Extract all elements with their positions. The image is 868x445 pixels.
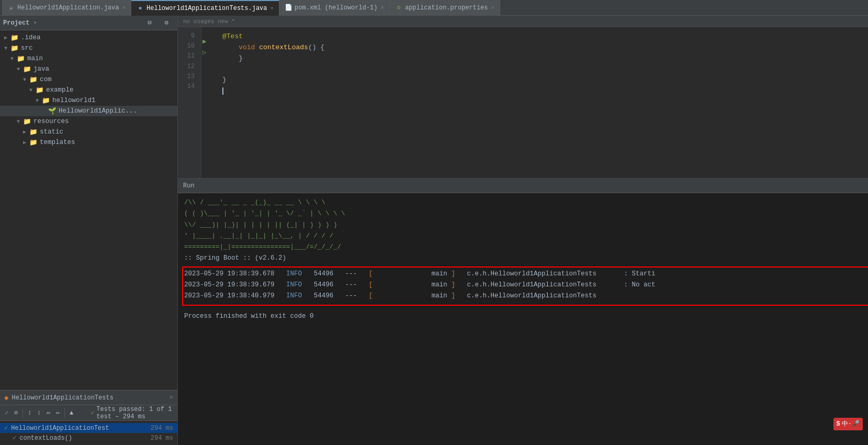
run-prev-btn[interactable]: ▲ <box>68 407 75 419</box>
ln-11: 11 <box>178 51 197 61</box>
log-line-1: 2023-05-29 19:38:39.678 INFO 54496 --- [… <box>184 269 862 280</box>
helloworld1-folder-icon: 📁 <box>42 96 50 105</box>
show-failed-btn[interactable]: ⊘ <box>13 407 20 419</box>
log-pid-2: 54496 <box>314 281 334 288</box>
test-panel-close[interactable]: × <box>170 394 173 402</box>
tree-item-com[interactable]: ▼ 📁 com <box>0 74 177 85</box>
gutter-13 <box>202 75 214 86</box>
line-numbers: 9 10 11 12 13 14 <box>178 27 201 178</box>
run-panel: Run /\\ / ___'_ __ _ _(_)_ __ __ \ \ \ \… <box>178 178 868 445</box>
tab-helloworld-java[interactable]: ☕ Helloworld1Application.java × <box>2 0 131 16</box>
ime-label: 中·🎤 <box>842 419 860 429</box>
tab-label-pom: pom.xml (helloworld-1) <box>295 4 377 12</box>
code-line-13: } <box>222 75 868 86</box>
ln-9: 9 <box>178 31 197 41</box>
gutter-10: ▶ ▷ <box>202 42 214 53</box>
log-class-2: c.e.h.Helloworld1ApplicationTests <box>467 281 596 288</box>
log-thread-2: main <box>432 281 447 288</box>
helloworld-app-icon: 🌱 <box>48 107 57 115</box>
sort-dur-btn[interactable]: ↕ <box>36 407 43 419</box>
code-editor[interactable]: no usages new * 9 10 11 12 13 14 ▶ ▷ <box>178 16 868 178</box>
toolbar-dropdown-arrow[interactable]: ▾ <box>33 19 37 27</box>
tree-item-java[interactable]: ▼ 📁 java <box>0 64 177 74</box>
test-panel-toolbar: ✓ ⊘ ↕ ↕ ⇔ ⇔ ▲ ▲ ✓ Tests passed: 1 of 1 t… <box>0 405 177 421</box>
main-layout: Project ▾ ⊟ ⚙ ▶ 📁 .idea ▼ 📁 src <box>0 16 868 445</box>
collapse-tests-btn[interactable]: ⇔ <box>54 407 61 419</box>
tab-label-props: application.properties <box>405 4 488 12</box>
log-class-3: c.e.h.Helloworld1ApplicationTests <box>467 292 596 299</box>
ime-s-icon: S <box>837 419 840 429</box>
log-ts-1: 2023-05-29 19:38:39.678 <box>184 270 275 277</box>
tree-item-resources[interactable]: ▼ 📁 resources <box>0 116 177 127</box>
collapse-all-btn[interactable]: ⊟ <box>144 17 155 29</box>
gutter-icons: ▶ ▷ <box>201 27 214 178</box>
test-result-method[interactable]: ✓ contextLoads() 294 ms <box>0 433 177 443</box>
tree-item-idea[interactable]: ▶ 📁 .idea <box>0 32 177 43</box>
idea-label: .idea <box>21 34 41 41</box>
log-level-3: INFO <box>286 292 302 299</box>
tab-pom-xml[interactable]: 📄 pom.xml (helloworld-1) × <box>279 0 390 16</box>
expand-all-btn[interactable]: ⇔ <box>45 407 52 419</box>
example-folder-icon: 📁 <box>36 86 44 94</box>
java-arrow: ▼ <box>17 66 23 72</box>
editor-content: 9 10 11 12 13 14 ▶ ▷ @Test <box>178 27 868 178</box>
process-finished: Process finished with exit code 0 <box>184 311 862 322</box>
templates-folder-icon: 📁 <box>29 138 38 147</box>
tab-close-tests[interactable]: × <box>270 5 274 12</box>
code-line-11: } <box>222 53 868 64</box>
tree-item-src[interactable]: ▼ 📁 src <box>0 43 177 53</box>
ime-indicator[interactable]: S 中·🎤 <box>833 418 863 430</box>
tree-item-templates[interactable]: ▶ 📁 templates <box>0 137 177 148</box>
test-result-class[interactable]: ✓ Helloworld1ApplicationTest 294 ms <box>0 423 177 433</box>
java-folder-icon: 📁 <box>23 65 31 73</box>
java-label: java <box>33 65 49 73</box>
com-folder-icon: 📁 <box>29 75 38 84</box>
test-diamond-icon: ◆ <box>4 393 8 402</box>
java-file-icon: ☕ <box>7 4 15 12</box>
gutter-12 <box>202 64 214 75</box>
content-area: no usages new * 9 10 11 12 13 14 ▶ ▷ <box>178 16 868 445</box>
sidebar: Project ▾ ⊟ ⚙ ▶ 📁 .idea ▼ 📁 src <box>0 16 178 445</box>
example-label: example <box>46 86 74 94</box>
static-arrow: ▶ <box>23 129 29 135</box>
code-content[interactable]: @Test void contextLoads() { } } <box>214 27 868 178</box>
tree-item-example[interactable]: ▼ 📁 example <box>0 85 177 95</box>
test-panel: ◆ Helloworld1ApplicationTests × ✓ ⊘ ↕ ↕ … <box>0 390 177 445</box>
ln-13: 13 <box>178 72 197 82</box>
log-pid-3: 54496 <box>314 292 334 299</box>
helloworld1-label: helloworld1 <box>52 97 96 104</box>
tree-item-helloworld-app[interactable]: ▶ 🌱 Helloworld1Applic... <box>0 106 177 116</box>
log-pid-1: 54496 <box>314 270 334 277</box>
props-file-icon: ⚙ <box>395 4 402 12</box>
ascii-line-5: =========|_|===============|___/=/_/_/_/ <box>184 242 862 253</box>
tree-item-static[interactable]: ▶ 📁 static <box>0 127 177 137</box>
idea-folder-icon: 📁 <box>10 34 19 42</box>
spring-boot-text: :: Spring Boot :: (v2.6.2) <box>184 254 286 262</box>
log-line-3: 2023-05-29 19:38:40.979 INFO 54496 --- [… <box>184 291 862 302</box>
code-line-14 <box>222 86 868 97</box>
code-line-12 <box>222 64 868 75</box>
tab-close-java[interactable]: × <box>122 5 126 11</box>
sort-alpha-btn[interactable]: ↕ <box>26 407 33 419</box>
ascii-line-4: ' |____| .__|_| |_|_| |_\__, | / / / / <box>184 231 862 242</box>
helloworld1-arrow: ▼ <box>36 98 42 104</box>
tab-helloworld-tests[interactable]: ● Helloworld1ApplicationTests.java × <box>131 0 279 16</box>
tree-item-helloworld1[interactable]: ▼ 📁 helloworld1 <box>0 95 177 106</box>
log-level-2: INFO <box>286 281 302 288</box>
main-label: main <box>27 55 43 62</box>
settings-btn[interactable]: ⚙ <box>161 17 172 29</box>
breadcrumb-text: no usages new * <box>183 18 235 25</box>
result-class-time: 294 ms <box>151 425 173 432</box>
log-thread-1: main <box>432 270 447 277</box>
show-passed-btn[interactable]: ✓ <box>3 407 10 419</box>
code-line-10: void contextLoads() { <box>222 42 868 53</box>
tab-app-properties[interactable]: ⚙ application.properties × <box>390 0 500 16</box>
editor-breadcrumb: no usages new * <box>178 16 868 27</box>
helloworld-app-label: Helloworld1Applic... <box>59 107 137 115</box>
tree-item-main[interactable]: ▼ 📁 main <box>0 53 177 64</box>
tab-close-props[interactable]: × <box>491 5 495 11</box>
ascii-line-3: \\/ ___)| |_)| | | | | || (_| | ) ) ) ) <box>184 220 862 231</box>
result-method-name: contextLoads() <box>19 435 72 442</box>
tab-close-pom[interactable]: × <box>381 5 385 11</box>
log-ts-3: 2023-05-29 19:38:40.979 <box>184 292 275 299</box>
